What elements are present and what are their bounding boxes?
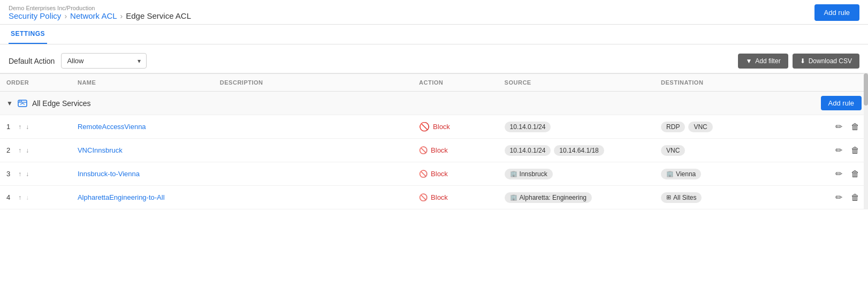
- action-label-4: Block: [431, 193, 448, 201]
- col-source: SOURCE: [498, 74, 654, 92]
- edit-button-4[interactable]: ✏: [833, 191, 844, 204]
- dest-cell-1: RDP VNC: [654, 115, 811, 139]
- rule-name-link-2[interactable]: VNCInnsbruck: [78, 146, 123, 154]
- source-tag-4-1: 🏢 Alpharetta: Engineering: [505, 192, 592, 203]
- scrollbar-thumb[interactable]: [864, 73, 868, 106]
- desc-cell-1: [214, 115, 413, 139]
- rule-name-link-1[interactable]: RemoteAccessVienna: [78, 123, 146, 131]
- source-tag-3-1: 🏢 Innsbruck: [505, 169, 553, 179]
- order-up-2[interactable]: ↑: [17, 146, 22, 155]
- table-row: 1 ↑ ↓ RemoteAccessVienna 🚫 Block: [0, 115, 868, 139]
- breadcrumb-security-policy[interactable]: Security Policy: [9, 11, 61, 20]
- action-label-2: Block: [431, 146, 448, 154]
- default-action-group: Default Action Allow ▾: [9, 53, 147, 69]
- col-destination: DESTINATION: [654, 74, 811, 92]
- edit-button-3[interactable]: ✏: [833, 168, 844, 180]
- breadcrumb-current: Edge Service ACL: [126, 11, 191, 20]
- order-down-1[interactable]: ↓: [25, 123, 30, 131]
- filter-label: Add filter: [755, 57, 780, 65]
- order-up-1[interactable]: ↑: [17, 123, 22, 131]
- dest-tag-4-1: ⊞ All Sites: [661, 192, 702, 203]
- desc-cell-2: [214, 139, 413, 162]
- desc-cell-4: [214, 186, 413, 209]
- name-cell-3: Innsbruck-to-Vienna: [71, 162, 214, 186]
- source-tag-1-1: 10.14.0.1/24: [505, 122, 551, 132]
- order-up-3[interactable]: ↑: [17, 170, 22, 178]
- rule-name-link-3[interactable]: Innsbruck-to-Vienna: [78, 170, 140, 178]
- col-action: ACTION: [413, 74, 498, 92]
- dest-tag-1-2: VNC: [688, 122, 712, 132]
- name-cell-4: AlpharettaEngineering-to-All: [71, 186, 214, 209]
- dest-tag-1-1: RDP: [661, 122, 685, 132]
- breadcrumb-sep-2: ›: [120, 12, 123, 20]
- filter-icon: ▼: [745, 57, 752, 65]
- col-order: ORDER: [0, 74, 71, 92]
- delete-button-1[interactable]: 🗑: [849, 121, 862, 133]
- add-filter-button[interactable]: ▼ Add filter: [738, 54, 788, 69]
- rule-name-link-4[interactable]: AlpharettaEngineering-to-All: [78, 193, 165, 201]
- order-cell-2: 2 ↑ ↓: [0, 139, 71, 162]
- source-cell-4: 🏢 Alpharetta: Engineering: [498, 186, 654, 209]
- group-icon-src-4: 🏢: [510, 194, 517, 201]
- col-description: DESCRIPTION: [214, 74, 413, 92]
- tab-settings[interactable]: SETTINGS: [9, 25, 47, 44]
- svg-point-2: [19, 101, 20, 102]
- delete-button-2[interactable]: 🗑: [849, 145, 862, 156]
- ops-cell-3: ✏ 🗑: [811, 162, 868, 186]
- default-action-label: Default Action: [9, 57, 55, 65]
- name-cell-1: RemoteAccessVienna: [71, 115, 214, 139]
- group-icon-src-3: 🏢: [510, 170, 517, 177]
- top-bar: Demo Enterprises Inc/Production Security…: [0, 0, 868, 25]
- order-down-3[interactable]: ↓: [25, 170, 30, 178]
- allsites-icon-dst-4: ⊞: [666, 194, 671, 201]
- action-cell-4: 🚫 Block: [413, 186, 498, 209]
- scrollbar-track[interactable]: [864, 73, 868, 209]
- name-cell-2: VNCInnsbruck: [71, 139, 214, 162]
- table-body: ▼ All E: [0, 92, 868, 209]
- order-up-4[interactable]: ↑: [17, 193, 22, 202]
- table-row: 2 ↑ ↓ VNCInnsbruck 🚫 Block: [0, 139, 868, 162]
- group-label: ▼ All E: [6, 98, 91, 109]
- action-label-3: Block: [431, 170, 448, 178]
- delete-button-4[interactable]: 🗑: [849, 192, 862, 204]
- source-cell-1: 10.14.0.1/24: [498, 115, 654, 139]
- source-tag-2-2: 10.14.64.1/18: [554, 145, 604, 156]
- order-down-2[interactable]: ↓: [25, 146, 30, 155]
- download-csv-button[interactable]: ⬇ Download CSV: [793, 54, 859, 69]
- order-num-1: 1: [6, 123, 15, 131]
- breadcrumb-network-acl[interactable]: Network ACL: [70, 11, 117, 20]
- action-cell-2: 🚫 Block: [413, 139, 498, 162]
- order-down-4[interactable]: ↓: [25, 193, 30, 202]
- org-label: Demo Enterprises Inc/Production: [9, 5, 191, 11]
- block-icon-2: 🚫: [419, 146, 428, 154]
- tabs: SETTINGS: [0, 25, 868, 44]
- default-action-value: Allow: [67, 57, 83, 65]
- group-row-cell: ▼ All E: [0, 92, 868, 115]
- action-cell-1: 🚫 Block: [413, 115, 498, 139]
- svg-point-3: [21, 101, 22, 102]
- order-cell-4: 4 ↑ ↓: [0, 186, 71, 209]
- add-rule-top-button[interactable]: Add rule: [814, 4, 859, 21]
- edge-services-icon: [17, 98, 28, 109]
- select-arrow-icon: ▾: [138, 57, 141, 65]
- table-row: 3 ↑ ↓ Innsbruck-to-Vienna 🚫 Block: [0, 162, 868, 186]
- dest-cell-4: ⊞ All Sites: [654, 186, 811, 209]
- table-header: ORDER NAME DESCRIPTION ACTION SOURCE DES…: [0, 74, 868, 92]
- dest-tag-2-1: VNC: [661, 145, 685, 156]
- order-cell-3: 3 ↑ ↓: [0, 162, 71, 186]
- edit-button-1[interactable]: ✏: [833, 121, 844, 133]
- app-container: Demo Enterprises Inc/Production Security…: [0, 0, 868, 286]
- group-name: All Edge Services: [32, 99, 91, 108]
- delete-button-3[interactable]: 🗑: [849, 168, 862, 180]
- block-icon-4: 🚫: [419, 193, 428, 201]
- add-rule-group-button[interactable]: Add rule: [821, 96, 862, 110]
- collapse-arrow-icon[interactable]: ▼: [6, 100, 13, 107]
- action-cell-3: 🚫 Block: [413, 162, 498, 186]
- dest-tag-3-1: 🏢 Vienna: [661, 169, 701, 179]
- default-action-select[interactable]: Allow ▾: [61, 53, 147, 69]
- block-icon-3: 🚫: [419, 170, 428, 178]
- edit-button-2[interactable]: ✏: [833, 144, 844, 156]
- group-icon-dst-3: 🏢: [666, 170, 674, 177]
- col-ops: [811, 74, 868, 92]
- source-cell-3: 🏢 Innsbruck: [498, 162, 654, 186]
